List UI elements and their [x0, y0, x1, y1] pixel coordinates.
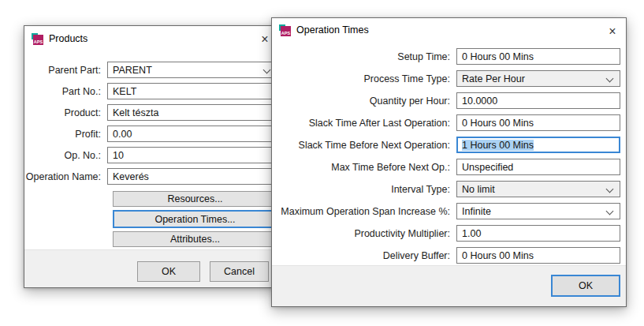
aps-app-icon: APS [32, 33, 43, 45]
chevron-down-icon [606, 75, 614, 83]
field-value: 10.0000 [462, 96, 497, 107]
productivity-multiplier-row: Productivity Multiplier:1.00 [272, 225, 626, 242]
delivery-buffer-label: Delivery Buffer: [272, 250, 456, 261]
field-value: 0 Hours 00 Mins [462, 118, 534, 129]
quantity-per-hour-input[interactable]: 10.0000 [456, 92, 620, 109]
operation-name-row: Operation Name:Keverés [24, 168, 279, 185]
desktop-canvas: APS Products × Parent Part:PARENTPart No… [0, 0, 644, 326]
setup-time-label: Setup Time: [272, 51, 456, 62]
products-titlebar[interactable]: APS Products × [24, 26, 279, 51]
setup-time-input[interactable]: 0 Hours 00 Mins [456, 48, 620, 65]
field-value: 0 Hours 00 Mins [462, 51, 534, 62]
delivery-buffer-input[interactable]: 0 Hours 00 Mins [456, 247, 620, 264]
attributes-button[interactable]: Attributes... [113, 231, 277, 247]
field-value: Keverés [113, 171, 149, 182]
parent-part-select[interactable]: PARENT [107, 62, 277, 78]
slack-time-after-last-operation-input[interactable]: 0 Hours 00 Mins [456, 114, 620, 131]
products-dialog: APS Products × Parent Part:PARENTPart No… [24, 25, 280, 288]
setup-time-row: Setup Time:0 Hours 00 Mins [272, 48, 626, 65]
close-icon[interactable]: × [603, 23, 622, 40]
cancel-button[interactable]: Cancel [210, 261, 269, 282]
operation-times-dialog: APS Operation Times × Setup Time:0 Hours… [271, 17, 627, 307]
slack-time-before-next-operation-input[interactable]: 1 Hours 00 Mins [456, 137, 620, 153]
field-value: Infinite [462, 206, 491, 217]
part-no-input[interactable]: KELT [107, 83, 277, 99]
parent-part-label: Parent Part: [24, 65, 107, 76]
delivery-buffer-row: Delivery Buffer:0 Hours 00 Mins [272, 247, 626, 264]
maximum-operation-span-increase-row: Maximum Operation Span Increase %:Infini… [272, 203, 626, 219]
operation-name-label: Operation Name: [24, 171, 107, 182]
process-time-type-label: Process Time Type: [272, 73, 456, 84]
field-value: Rate Per Hour [462, 73, 525, 84]
part-no-label: Part No.: [24, 86, 107, 97]
interval-type-row: Interval Type:No limit [272, 181, 626, 197]
products-action-buttons: Resources...Operation Times...Attributes… [113, 191, 277, 247]
resources-button[interactable]: Resources... [113, 191, 277, 207]
profit-row: Profit:0.00 [24, 126, 279, 142]
interval-type-label: Interval Type: [272, 184, 456, 195]
operation-times-fields: Setup Time:0 Hours 00 MinsProcess Time T… [272, 42, 626, 264]
field-value: 10 [113, 150, 124, 161]
field-value: No limit [462, 184, 495, 195]
chevron-down-icon [263, 66, 271, 74]
maximum-operation-span-increase-label: Maximum Operation Span Increase %: [272, 206, 456, 217]
operation-times-dialog-title: Operation Times [296, 24, 369, 36]
chevron-down-icon [606, 208, 614, 215]
aps-logo-text: APS [33, 35, 43, 45]
productivity-multiplier-label: Productivity Multiplier: [272, 228, 456, 239]
ok-button[interactable]: OK [137, 261, 200, 282]
aps-logo-text: APS [281, 26, 291, 36]
product-row: Product:Kelt tészta [24, 104, 279, 121]
op-no-row: Op. No.:10 [24, 147, 279, 163]
field-value: 0.00 [113, 129, 132, 140]
slack-time-before-next-operation-label: Slack Time Before Next Operation: [272, 140, 456, 151]
process-time-type-row: Process Time Type:Rate Per Hour [272, 70, 626, 87]
products-fields: Parent Part:PARENTPart No.:KELTProduct:K… [24, 51, 279, 185]
chevron-down-icon [606, 185, 614, 193]
max-time-before-next-op-row: Max Time Before Next Op.:Unspecified [272, 159, 626, 175]
field-value: Kelt tészta [113, 107, 158, 118]
products-dialog-title: Products [49, 33, 87, 44]
op-no-label: Op. No.: [24, 150, 107, 161]
field-value: 0 Hours 00 Mins [462, 250, 534, 261]
part-no-row: Part No.:KELT [24, 83, 279, 99]
operation-name-input[interactable]: Keverés [107, 168, 277, 185]
op-no-input[interactable]: 10 [107, 147, 277, 163]
field-value: KELT [113, 86, 136, 97]
quantity-per-hour-label: Quantity per Hour: [272, 96, 456, 107]
maximum-operation-span-increase-select[interactable]: Infinite [456, 203, 620, 219]
slack-time-after-last-operation-label: Slack Time After Last Operation: [272, 118, 456, 129]
slack-time-after-last-operation-row: Slack Time After Last Operation:0 Hours … [272, 114, 626, 131]
operation-times-button[interactable]: Operation Times... [113, 210, 277, 228]
parent-part-row: Parent Part:PARENT [24, 62, 279, 78]
product-input[interactable]: Kelt tészta [107, 104, 277, 121]
max-time-before-next-op-input[interactable]: Unspecified [456, 159, 620, 175]
process-time-type-select[interactable]: Rate Per Hour [456, 70, 620, 87]
aps-app-icon: APS [279, 24, 291, 36]
product-label: Product: [24, 107, 107, 118]
field-value: PARENT [113, 65, 152, 76]
profit-label: Profit: [24, 129, 107, 140]
field-value: Unspecified [462, 162, 513, 173]
profit-input[interactable]: 0.00 [107, 126, 277, 142]
max-time-before-next-op-label: Max Time Before Next Op.: [272, 162, 456, 173]
field-value: 1.00 [462, 228, 481, 239]
quantity-per-hour-row: Quantity per Hour:10.0000 [272, 92, 626, 109]
field-value: 1 Hours 00 Mins [462, 140, 534, 151]
productivity-multiplier-input[interactable]: 1.00 [456, 225, 620, 242]
interval-type-select[interactable]: No limit [456, 181, 620, 197]
operation-times-titlebar[interactable]: APS Operation Times × [272, 18, 626, 42]
products-footer: OKCancel [24, 249, 279, 287]
operation-times-footer: OK [272, 265, 626, 306]
slack-time-before-next-operation-row: Slack Time Before Next Operation:1 Hours… [272, 137, 626, 153]
ok-button[interactable]: OK [551, 275, 620, 297]
